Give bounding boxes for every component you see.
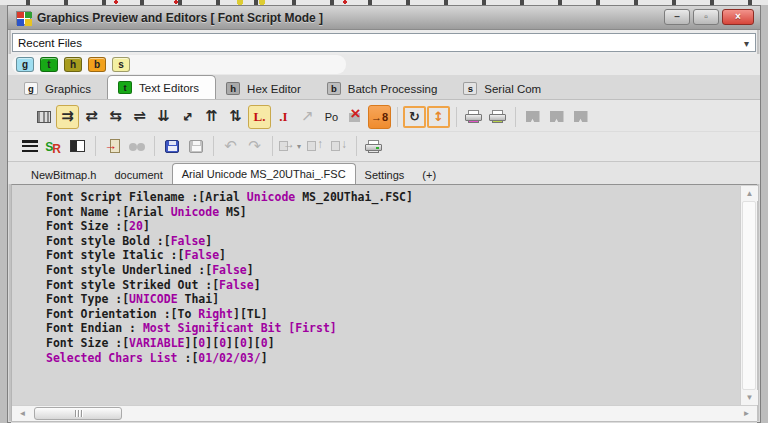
arrows-up-icon[interactable]: ⇈ [200,105,223,129]
tab-batch-processing[interactable]: bBatch Processing [317,78,454,99]
arrows-leftright-icon[interactable]: ⇆ [104,105,127,129]
arrows-right-icon[interactable]: ⇉ [56,105,79,129]
resize-box-icon[interactable]: ↕ [427,106,450,128]
s-badge-icon: s [463,82,477,95]
code-line: Font style Bold :[False] [46,234,739,249]
plus8-icon-glyph: →8 [371,111,388,123]
main-tab-bar: gGraphicstText EditorshHex EditorbBatch … [8,75,760,100]
doc-tab-settings[interactable]: Settings [356,166,414,184]
transform-disabled-icon-glyph: ↗ [301,109,314,124]
close-button[interactable]: × [722,9,754,25]
minimize-button[interactable]: – [664,9,690,25]
arrows-swap-icon[interactable]: ⇄ [80,105,103,129]
code-area[interactable]: Font Script Filename :[Arial Unicode MS_… [12,185,739,405]
move-down-icon[interactable]: ↓ [327,134,350,158]
arrows-updown-icon[interactable]: ⇅ [224,105,247,129]
scroll-up-icon[interactable]: ▲ [741,186,758,201]
char-grid-icon[interactable] [32,105,55,129]
left-baseline-icon[interactable]: L. [248,105,271,129]
print-green-icon-glyph [489,110,506,123]
flag-icon[interactable] [545,105,568,129]
save-all-icon[interactable] [184,134,207,158]
t-badge-icon: t [118,81,132,94]
toolbar-separator [397,107,398,127]
window-title: Graphics Preview and Editors [ Font Scri… [37,11,323,25]
delete-char-icon-glyph: × [348,110,364,124]
code-line: Font Endian : Most Significant Bit [Firs… [46,321,739,336]
recent-files-dropdown[interactable]: Recent Files ▾ [12,33,756,52]
vertical-scrollbar[interactable]: ▲ ▼ [740,186,757,405]
toolbar-row-1: ⇉⇄⇆⇌⇊↔⇈⇅L..I↗Po×→8↻↕ [8,102,760,131]
export-icon[interactable]: →▾ [278,134,302,158]
find-icon[interactable] [125,134,148,158]
toolbar-separator [213,136,214,156]
sr-icon[interactable]: SR [42,134,65,158]
code-line: Font style Italic :[False] [46,248,739,263]
quick-button-b[interactable]: b [88,57,106,72]
code-line: Font style Striked Out :[False] [46,278,739,293]
tab-text-editors[interactable]: tText Editors [107,75,216,99]
quick-button-t[interactable]: t [40,57,58,72]
left-baseline-icon-glyph: L. [254,109,266,125]
quick-button-h[interactable]: h [64,57,82,72]
import-door-icon[interactable]: → [101,134,124,158]
chevron-down-icon[interactable]: ▾ [744,38,749,49]
right-baseline-icon[interactable]: .I [272,105,295,129]
print-green-icon[interactable] [486,105,509,129]
split-view-icon[interactable] [66,134,89,158]
tab-serial-com[interactable]: sSerial Com [453,78,557,99]
code-line: Font Orientation :[To Right][TL] [46,307,739,322]
resize-box-icon-glyph: ↕ [433,110,444,123]
delete-char-icon[interactable]: × [344,105,367,129]
scroll-right-icon[interactable]: ► [738,406,755,421]
doc-tab-document[interactable]: document [105,166,171,184]
doc-tab-arial-unicode-ms-20uthai-fsc[interactable]: Arial Unicode MS_20UThai_.FSC [172,163,356,184]
arrows-crossed-icon[interactable]: ⇌ [128,105,151,129]
po-icon[interactable]: Po [320,105,343,129]
arrows-diagonal-icon[interactable]: ↔ [176,105,199,129]
move-up-icon[interactable]: ↑ [303,134,326,158]
redo-icon[interactable]: ↷ [243,134,266,158]
doc-tab-[interactable]: (+) [413,166,445,184]
tab-graphics[interactable]: gGraphics [14,78,107,99]
window-controls: – ▫ × [664,9,754,25]
right-baseline-icon-glyph: .I [279,109,287,125]
menu-icon[interactable] [18,134,41,158]
split-view-icon-glyph [70,140,85,152]
save-icon[interactable] [160,134,183,158]
quick-button-s[interactable]: s [112,57,130,72]
maximize-button[interactable]: ▫ [693,9,719,25]
code-line: Font Name :[Arial Unicode MS] [46,205,739,220]
horizontal-scroll-thumb[interactable] [34,407,122,420]
print-icon-glyph [365,140,382,153]
doc-tab-newbitmap-h[interactable]: NewBitmap.h [22,166,105,184]
recent-files-row: Recent Files ▾ [8,30,760,54]
quick-button-g[interactable]: g [16,57,34,72]
arrows-down-icon-glyph: ⇊ [157,109,170,124]
chevron-down-icon[interactable]: ▾ [297,142,301,151]
flag-icon[interactable] [521,105,544,129]
toolbar-separator [272,136,273,156]
print-magenta-icon[interactable] [462,105,485,129]
undo-icon[interactable]: ↶ [219,134,242,158]
refresh-box-icon[interactable]: ↻ [403,106,426,128]
arrows-right-icon-glyph: ⇉ [61,109,74,124]
move-up-icon-glyph: ↑ [307,139,322,153]
scroll-down-icon[interactable]: ▼ [741,390,758,405]
arrows-down-icon[interactable]: ⇊ [152,105,175,129]
flag-icon-glyph [550,111,564,122]
tab-label: Graphics [45,83,91,95]
flag-icon[interactable] [569,105,592,129]
horizontal-scrollbar[interactable]: ◄ ► [12,405,757,421]
transform-disabled-icon[interactable]: ↗ [296,105,319,129]
title-bar[interactable]: Graphics Preview and Editors [ Font Scri… [8,6,760,30]
script-editor[interactable]: Font Script Filename :[Arial Unicode MS_… [11,184,757,421]
tab-hex-editor[interactable]: hHex Editor [216,78,317,99]
scroll-left-icon[interactable]: ◄ [14,406,31,421]
screen: Graphics Preview and Editors [ Font Scri… [0,0,768,423]
print-icon[interactable] [362,134,385,158]
recent-files-value: Recent Files [18,37,82,49]
refresh-box-icon-glyph: ↻ [409,110,420,123]
vertical-scroll-thumb[interactable] [742,201,756,390]
plus8-icon[interactable]: →8 [368,105,391,129]
